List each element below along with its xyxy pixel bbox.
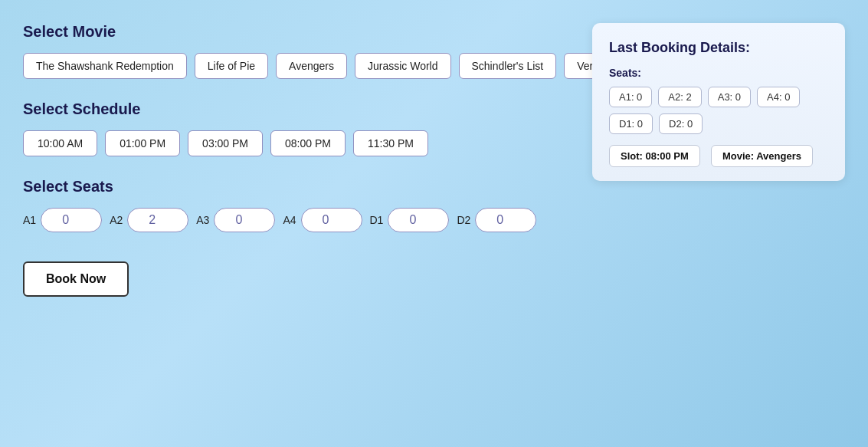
seat-input-d1[interactable] (388, 208, 449, 232)
last-booking-seat-badge: A3: 0 (708, 87, 751, 107)
book-now-button[interactable]: Book Now (23, 261, 129, 297)
seat-label-a1: A1 (23, 214, 36, 226)
movie-key: Movie: (722, 150, 756, 162)
seat-label-d2: D2 (457, 214, 470, 226)
seat-item-a4: A4 (283, 208, 362, 232)
movie-badge: Movie: Avengers (711, 145, 813, 167)
seat-item-a2: A2 (110, 208, 188, 232)
seat-item-d1: D1 (370, 208, 450, 232)
last-booking-seat-badge: D1: 0 (609, 113, 653, 134)
seat-label-a3: A3 (196, 214, 209, 226)
seat-item-a1: A1 (23, 208, 102, 232)
slot-value: 08:00 PM (646, 150, 689, 162)
slot-key: Slot: (621, 150, 646, 162)
slot-badge: Slot: 08:00 PM (609, 145, 700, 167)
last-booking-seat-badge: A4: 0 (757, 87, 800, 107)
movie-btn-jurassicworld[interactable]: Jurassic World (355, 53, 451, 79)
last-booking-card: Last Booking Details: Seats: A1: 0A2: 2A… (592, 23, 845, 181)
seat-label-d1: D1 (370, 214, 384, 226)
movie-btn-schindlers[interactable]: Schindler's List (459, 53, 557, 79)
movie-value: Avengers (756, 150, 801, 162)
schedule-btn-s5[interactable]: 11:30 PM (353, 130, 428, 156)
schedule-btn-s3[interactable]: 03:00 PM (188, 130, 263, 156)
seat-label-a4: A4 (283, 214, 296, 226)
slot-movie-row: Slot: 08:00 PM Movie: Avengers (609, 145, 828, 167)
seats-section: Select Seats A1A2A3A4D1D2 (23, 178, 845, 232)
movie-btn-lifeofpie[interactable]: Life of Pie (195, 53, 268, 79)
seat-input-a1[interactable] (41, 208, 102, 232)
movie-btn-shawshank[interactable]: The Shawshank Redemption (23, 53, 187, 79)
schedule-btn-s2[interactable]: 01:00 PM (105, 130, 180, 156)
seat-input-a2[interactable] (127, 208, 188, 232)
schedule-btn-s4[interactable]: 08:00 PM (270, 130, 346, 156)
seat-input-d2[interactable] (475, 208, 536, 232)
schedule-btn-s1[interactable]: 10:00 AM (23, 130, 97, 156)
seats-label: Seats: (609, 67, 828, 79)
last-booking-seat-badge: A2: 2 (658, 87, 701, 107)
seat-item-d2: D2 (457, 208, 536, 232)
movie-btn-avengers[interactable]: Avengers (276, 53, 347, 79)
seat-item-a3: A3 (196, 208, 275, 232)
seat-input-a4[interactable] (301, 208, 362, 232)
last-booking-seat-badge: D2: 0 (659, 113, 703, 134)
seat-label-a2: A2 (110, 214, 123, 226)
last-booking-title: Last Booking Details: (609, 40, 828, 56)
last-booking-seat-badge: A1: 0 (609, 87, 652, 107)
last-booking-seats: A1: 0A2: 2A3: 0A4: 0D1: 0D2: 0 (609, 87, 828, 134)
seats-grid: A1A2A3A4D1D2 (23, 208, 845, 232)
seat-input-a3[interactable] (214, 208, 275, 232)
